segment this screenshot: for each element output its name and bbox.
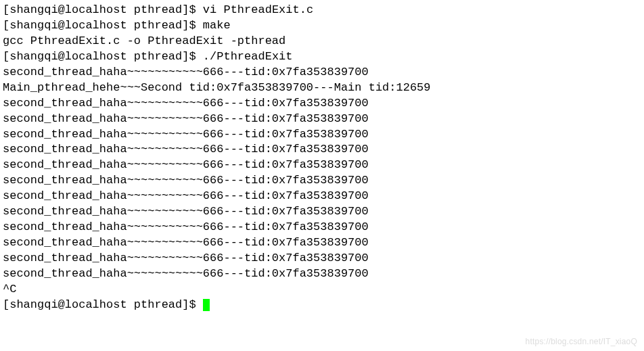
prompt-line-current[interactable]: [shangqi@localhost pthread]$ bbox=[3, 298, 641, 313]
prompt-line: [shangqi@localhost pthread]$ vi PthreadE… bbox=[3, 3, 641, 18]
output-gcc: gcc PthreadExit.c -o PthreadExit -pthrea… bbox=[3, 34, 641, 49]
output-second-thread: second_thread_haha~~~~~~~~~~~666---tid:0… bbox=[3, 112, 641, 127]
output-interrupt: ^C bbox=[3, 282, 641, 298]
command-run: ./PthreadExit bbox=[203, 50, 293, 63]
output-second-thread: second_thread_haha~~~~~~~~~~~666---tid:0… bbox=[3, 251, 641, 266]
prompt: [shangqi@localhost pthread]$ bbox=[3, 298, 203, 311]
watermark: https://blog.csdn.net/IT_xiaoQ bbox=[526, 336, 637, 347]
command-make: make bbox=[203, 19, 231, 32]
terminal[interactable]: [shangqi@localhost pthread]$ vi PthreadE… bbox=[3, 3, 641, 313]
output-main-thread: Main_pthread_hehe~~~Second tid:0x7fa3538… bbox=[3, 80, 641, 96]
prompt: [shangqi@localhost pthread]$ bbox=[3, 19, 203, 32]
output-second-thread: second_thread_haha~~~~~~~~~~~666---tid:0… bbox=[3, 173, 641, 189]
output-second-thread: second_thread_haha~~~~~~~~~~~666---tid:0… bbox=[3, 158, 641, 173]
prompt-line: [shangqi@localhost pthread]$ make bbox=[3, 18, 641, 34]
prompt: [shangqi@localhost pthread]$ bbox=[3, 3, 203, 16]
command-vi: vi PthreadExit.c bbox=[203, 3, 313, 16]
output-second-thread: second_thread_haha~~~~~~~~~~~666---tid:0… bbox=[3, 142, 641, 158]
output-second-thread: second_thread_haha~~~~~~~~~~~666---tid:0… bbox=[3, 204, 641, 220]
output-second-thread: second_thread_haha~~~~~~~~~~~666---tid:0… bbox=[3, 220, 641, 235]
output-second-thread: second_thread_haha~~~~~~~~~~~666---tid:0… bbox=[3, 127, 641, 143]
prompt: [shangqi@localhost pthread]$ bbox=[3, 50, 203, 63]
output-second-thread: second_thread_haha~~~~~~~~~~~666---tid:0… bbox=[3, 266, 641, 282]
output-second-thread: second_thread_haha~~~~~~~~~~~666---tid:0… bbox=[3, 96, 641, 112]
prompt-line: [shangqi@localhost pthread]$ ./PthreadEx… bbox=[3, 49, 641, 65]
output-second-thread: second_thread_haha~~~~~~~~~~~666---tid:0… bbox=[3, 189, 641, 204]
output-second-thread: second_thread_haha~~~~~~~~~~~666---tid:0… bbox=[3, 235, 641, 251]
output-second-thread: second_thread_haha~~~~~~~~~~~666---tid:0… bbox=[3, 65, 641, 80]
cursor-icon bbox=[203, 299, 210, 311]
